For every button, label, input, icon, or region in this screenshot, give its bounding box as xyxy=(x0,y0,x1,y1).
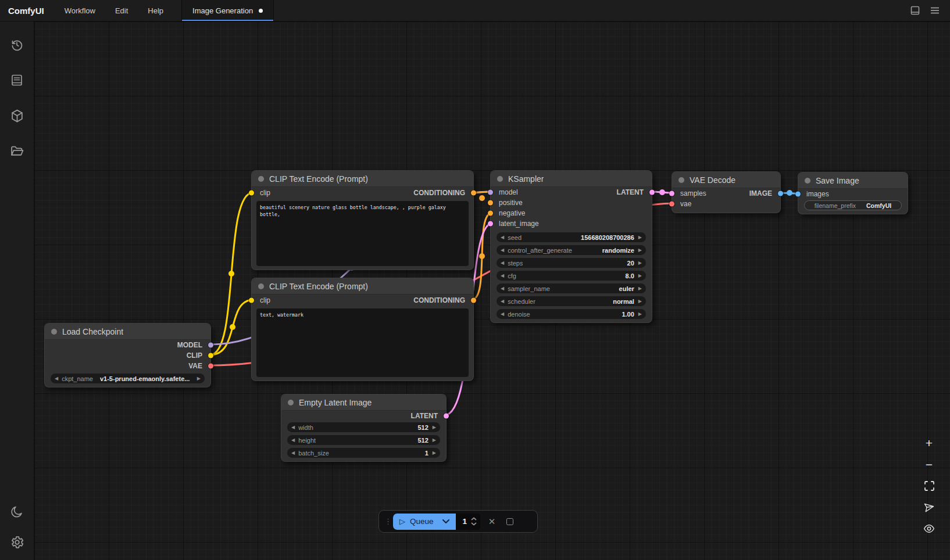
node-title-bar[interactable]: Empty Latent Image xyxy=(281,394,446,411)
output-slot-latent[interactable] xyxy=(649,190,655,195)
widget-filename-prefix[interactable]: filename_prefix ComfyUI xyxy=(804,200,902,210)
stepper-up-icon[interactable] xyxy=(471,517,477,520)
node-vae-decode[interactable]: VAE Decode samples IMAGE vae xyxy=(672,171,781,213)
widget-steps[interactable]: ◀ steps 20 ▶ xyxy=(497,258,646,268)
node-library-icon[interactable] xyxy=(5,68,29,92)
increment-arrow-icon[interactable]: ▶ xyxy=(638,312,642,317)
increment-arrow-icon[interactable]: ▶ xyxy=(638,261,642,265)
collapse-dot-icon[interactable] xyxy=(678,177,684,183)
output-slot-model[interactable] xyxy=(208,343,213,348)
decrement-arrow-icon[interactable]: ◀ xyxy=(291,451,295,455)
decrement-arrow-icon[interactable]: ◀ xyxy=(501,248,504,253)
input-slot-clip[interactable] xyxy=(249,191,254,196)
output-slot-image[interactable] xyxy=(778,191,783,196)
widget-scheduler[interactable]: ◀ scheduler normal ▶ xyxy=(497,296,646,306)
menu-workflow[interactable]: Workflow xyxy=(55,0,105,21)
tab-image-generation[interactable]: Image Generation xyxy=(181,0,274,21)
zoom-out-icon[interactable]: − xyxy=(922,457,936,471)
menu-edit[interactable]: Edit xyxy=(105,0,138,21)
increment-arrow-icon[interactable]: ▶ xyxy=(638,299,642,304)
increment-arrow-icon[interactable]: ▶ xyxy=(638,286,642,291)
batch-count-input[interactable]: 1 xyxy=(456,514,481,530)
widget-ckpt-name[interactable]: ◀ ckpt_name v1-5-pruned-emaonly.safete..… xyxy=(51,374,205,383)
collapse-dot-icon[interactable] xyxy=(51,329,57,335)
node-title-bar[interactable]: Save Image xyxy=(798,173,908,189)
widget-height[interactable]: ◀ height 512 ▶ xyxy=(287,435,440,445)
theme-toggle-moon-icon[interactable] xyxy=(5,500,29,524)
prompt-textarea[interactable]: beautiful scenery nature glass bottle la… xyxy=(256,201,469,266)
hamburger-menu-icon[interactable] xyxy=(929,5,941,16)
output-slot-clip[interactable] xyxy=(208,353,213,358)
node-load-checkpoint[interactable]: Load Checkpoint MODEL CLIP VAE ◀ ckpt_na… xyxy=(44,323,211,387)
input-slot-positive[interactable] xyxy=(488,200,493,206)
fit-view-icon[interactable] xyxy=(922,479,936,493)
stepper-down-icon[interactable] xyxy=(471,522,477,526)
node-title-bar[interactable]: CLIP Text Encode (Prompt) xyxy=(252,278,473,295)
input-slot-latent-image[interactable] xyxy=(488,221,493,227)
output-slot-latent[interactable] xyxy=(444,414,449,419)
decrement-arrow-icon[interactable]: ◀ xyxy=(501,235,504,240)
decrement-arrow-icon[interactable]: ◀ xyxy=(501,274,504,278)
collapse-dot-icon[interactable] xyxy=(258,283,264,289)
settings-gear-icon[interactable] xyxy=(5,530,29,554)
collapse-dot-icon[interactable] xyxy=(805,178,810,184)
history-icon[interactable] xyxy=(5,33,29,57)
bottom-panel-toggle-icon[interactable] xyxy=(909,5,921,16)
drag-handle-icon[interactable]: ⋮ xyxy=(384,519,388,523)
model-library-icon[interactable] xyxy=(5,103,29,128)
stop-icon[interactable] xyxy=(503,518,516,525)
collapse-dot-icon[interactable] xyxy=(258,176,264,182)
widget-name: width xyxy=(298,424,313,431)
decrement-arrow-icon[interactable]: ◀ xyxy=(501,261,504,265)
decrement-arrow-icon[interactable]: ◀ xyxy=(501,299,504,304)
decrement-arrow-icon[interactable]: ◀ xyxy=(291,425,295,430)
input-slot-clip[interactable] xyxy=(249,298,254,303)
decrement-arrow-icon[interactable]: ◀ xyxy=(501,286,504,291)
widget-width[interactable]: ◀ width 512 ▶ xyxy=(287,422,440,432)
collapse-dot-icon[interactable] xyxy=(288,400,294,405)
workflows-folder-icon[interactable] xyxy=(5,139,29,163)
increment-arrow-icon[interactable]: ▶ xyxy=(433,438,436,443)
queue-button[interactable]: ▷ Queue xyxy=(393,514,441,530)
increment-arrow-icon[interactable]: ▶ xyxy=(433,451,436,455)
node-empty-latent-image[interactable]: Empty Latent Image LATENT ◀ width 512 ▶ … xyxy=(281,394,447,462)
widget-cfg[interactable]: ◀ cfg 8.0 ▶ xyxy=(497,271,646,281)
widget-seed[interactable]: ◀ seed 156680208700286 ▶ xyxy=(497,232,646,242)
widget-denoise[interactable]: ◀ denoise 1.00 ▶ xyxy=(497,309,646,319)
input-slot-images[interactable] xyxy=(795,192,801,197)
output-slot-conditioning[interactable] xyxy=(471,298,476,303)
menu-help[interactable]: Help xyxy=(138,0,173,21)
increment-arrow-icon[interactable]: ▶ xyxy=(638,248,642,253)
node-save-image[interactable]: Save Image images filename_prefix ComfyU… xyxy=(798,172,908,214)
pan-arrow-icon[interactable] xyxy=(922,500,936,514)
decrement-arrow-icon[interactable]: ◀ xyxy=(55,376,58,381)
output-slot-conditioning[interactable] xyxy=(471,191,476,196)
node-ksampler[interactable]: KSampler model LATENT positive negative … xyxy=(490,170,652,323)
widget-control-after-generate[interactable]: ◀ control_after_generate randomize ▶ xyxy=(497,245,646,255)
node-title-bar[interactable]: VAE Decode xyxy=(672,172,780,188)
increment-arrow-icon[interactable]: ▶ xyxy=(638,274,642,278)
increment-arrow-icon[interactable]: ▶ xyxy=(638,235,642,240)
prompt-textarea[interactable]: text, watermark xyxy=(256,308,469,377)
node-clip-text-encode-positive[interactable]: CLIP Text Encode (Prompt) clip CONDITION… xyxy=(251,170,474,270)
collapse-dot-icon[interactable] xyxy=(497,176,503,182)
increment-arrow-icon[interactable]: ▶ xyxy=(433,425,436,430)
node-title-bar[interactable]: Load Checkpoint xyxy=(45,324,210,340)
zoom-in-icon[interactable]: + xyxy=(922,436,936,450)
input-slot-negative[interactable] xyxy=(488,211,493,216)
widget-batch-size[interactable]: ◀ batch_size 1 ▶ xyxy=(287,448,440,458)
toggle-links-eye-icon[interactable] xyxy=(922,522,936,536)
input-slot-samples[interactable] xyxy=(669,191,674,196)
node-title-bar[interactable]: CLIP Text Encode (Prompt) xyxy=(252,171,473,187)
clear-queue-x-icon[interactable]: ✕ xyxy=(485,516,498,527)
increment-arrow-icon[interactable]: ▶ xyxy=(197,376,201,381)
decrement-arrow-icon[interactable]: ◀ xyxy=(291,438,295,443)
input-slot-model[interactable] xyxy=(488,190,493,195)
widget-sampler-name[interactable]: ◀ sampler_name euler ▶ xyxy=(497,283,646,293)
decrement-arrow-icon[interactable]: ◀ xyxy=(501,312,504,317)
queue-options-chevron[interactable] xyxy=(441,514,456,530)
output-slot-vae[interactable] xyxy=(208,364,213,369)
input-slot-vae[interactable] xyxy=(669,202,674,207)
node-clip-text-encode-negative[interactable]: CLIP Text Encode (Prompt) clip CONDITION… xyxy=(251,278,474,381)
node-title-bar[interactable]: KSampler xyxy=(491,171,652,187)
